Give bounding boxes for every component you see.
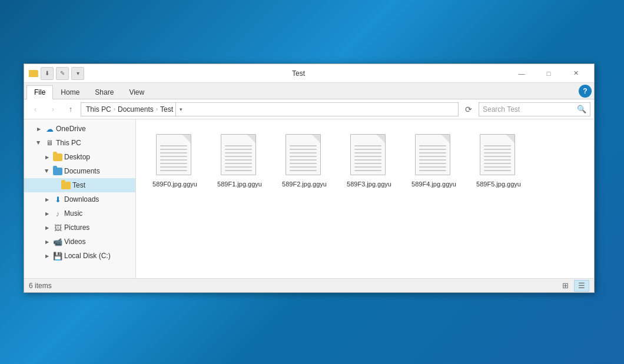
file-icon-line bbox=[484, 156, 511, 157]
sidebar-item-pictures[interactable]: ▶ 🖼 Pictures bbox=[24, 221, 135, 235]
minimize-button[interactable]: — bbox=[508, 64, 535, 83]
file-icon-line bbox=[225, 149, 252, 150]
desktop-folder-icon bbox=[53, 152, 62, 162]
title-bar-left: ⬇ ✎ ▾ bbox=[29, 67, 84, 80]
sidebar-item-onedrive[interactable]: ▶ ☁ OneDrive bbox=[24, 122, 135, 136]
file-icon-line bbox=[484, 170, 511, 171]
file-icon-line bbox=[419, 152, 446, 153]
forward-button[interactable]: › bbox=[45, 102, 61, 116]
file-item[interactable]: 589F2.jpg.ggyu bbox=[275, 129, 334, 193]
file-icon-line bbox=[225, 145, 252, 146]
sidebar-item-local-disk[interactable]: ▶ 💾 Local Disk (C:) bbox=[24, 249, 135, 263]
downloads-icon: ⬇ bbox=[53, 195, 62, 204]
sidebar-item-label-music: Music bbox=[64, 209, 82, 218]
file-name-label: 589F0.jpg.ggyu bbox=[152, 180, 197, 188]
file-area: 589F0.jpg.ggyu589F1.jpg.ggyu589F2.jpg.gg… bbox=[136, 119, 594, 278]
file-item[interactable]: 589F0.jpg.ggyu bbox=[145, 129, 204, 193]
file-icon-line bbox=[160, 152, 187, 153]
path-sep-0: › bbox=[114, 106, 115, 112]
files-grid: 589F0.jpg.ggyu589F1.jpg.ggyu589F2.jpg.gg… bbox=[145, 129, 585, 193]
sidebar-item-documents[interactable]: ▶ Documents bbox=[24, 164, 135, 178]
documents-folder-icon bbox=[53, 166, 62, 176]
file-icon bbox=[480, 134, 517, 176]
tab-share[interactable]: Share bbox=[87, 85, 121, 99]
file-icon-line bbox=[354, 166, 381, 168]
refresh-button[interactable]: ⟳ bbox=[461, 102, 476, 116]
sidebar-item-this-pc[interactable]: ▶ 🖥 This PC bbox=[24, 136, 135, 150]
quick-access-btn-1[interactable]: ⬇ bbox=[41, 67, 54, 80]
file-icon-line bbox=[419, 149, 446, 150]
file-icon-line bbox=[225, 156, 252, 157]
sidebar-item-label-onedrive: OneDrive bbox=[56, 125, 86, 133]
file-name-label: 589F4.jpg.ggyu bbox=[411, 180, 456, 188]
sidebar-item-label-test: Test bbox=[72, 181, 85, 189]
file-icon-line bbox=[484, 159, 511, 161]
window-folder-icon bbox=[29, 70, 38, 77]
status-bar: 6 items ⊞ ☰ bbox=[24, 278, 594, 292]
file-icon-line bbox=[354, 149, 381, 150]
file-name-label: 589F1.jpg.ggyu bbox=[217, 180, 262, 188]
file-icon-line bbox=[290, 149, 317, 150]
tab-file[interactable]: File bbox=[26, 85, 53, 99]
file-icon bbox=[156, 134, 194, 176]
tab-view[interactable]: View bbox=[121, 85, 152, 99]
file-item[interactable]: 589F3.jpg.ggyu bbox=[340, 129, 399, 193]
path-segment-1: Documents bbox=[118, 105, 154, 113]
sidebar-item-desktop[interactable]: ▶ Desktop bbox=[24, 150, 135, 164]
sidebar-item-videos[interactable]: ▶ 📹 Videos bbox=[24, 235, 135, 249]
onedrive-expand-arrow: ▶ bbox=[35, 125, 43, 133]
up-button[interactable]: ↑ bbox=[63, 102, 78, 116]
sidebar-item-test[interactable]: Test bbox=[24, 178, 135, 192]
file-icon-line bbox=[290, 170, 317, 171]
file-icon-line bbox=[419, 145, 446, 146]
localdisk-expand-arrow: ▶ bbox=[43, 252, 51, 260]
file-icon bbox=[286, 134, 323, 176]
file-icon-line bbox=[160, 145, 187, 146]
file-icon-line bbox=[225, 170, 252, 171]
window-title: Test bbox=[89, 69, 508, 78]
close-button[interactable]: ✕ bbox=[562, 64, 589, 83]
search-input[interactable] bbox=[483, 105, 575, 113]
sidebar-item-music[interactable]: ▶ ♪ Music bbox=[24, 206, 135, 221]
title-bar: ⬇ ✎ ▾ Test — □ ✕ bbox=[24, 64, 594, 83]
path-dropdown-arrow[interactable]: ▾ bbox=[175, 102, 186, 116]
file-icon bbox=[221, 134, 258, 176]
file-item[interactable]: 589F4.jpg.ggyu bbox=[404, 129, 463, 193]
local-disk-icon: 💾 bbox=[53, 251, 62, 261]
file-icon-line bbox=[484, 163, 511, 164]
music-icon: ♪ bbox=[53, 209, 62, 218]
file-icon-line bbox=[484, 166, 511, 168]
quick-access-btn-2[interactable]: ✎ bbox=[56, 67, 69, 80]
address-path[interactable]: This PC › Documents › Test ▾ bbox=[81, 102, 459, 116]
sidebar-item-downloads[interactable]: ▶ ⬇ Downloads bbox=[24, 192, 135, 206]
sidebar-item-label-thispc: This PC bbox=[56, 139, 81, 147]
help-button[interactable]: ? bbox=[579, 85, 592, 98]
file-icon-line bbox=[290, 159, 317, 161]
maximize-button[interactable]: □ bbox=[535, 64, 562, 83]
file-icon-line bbox=[484, 152, 511, 153]
grid-view-button[interactable]: ⊞ bbox=[557, 280, 573, 292]
file-explorer-window: ⬇ ✎ ▾ Test — □ ✕ File Home Share View ? … bbox=[24, 64, 595, 293]
file-icon-line bbox=[354, 163, 381, 164]
file-icon-line bbox=[160, 166, 187, 168]
file-icon-line bbox=[354, 156, 381, 157]
tab-home[interactable]: Home bbox=[53, 85, 87, 99]
file-icon-line bbox=[290, 156, 317, 157]
file-item[interactable]: 589F5.jpg.ggyu bbox=[469, 129, 528, 193]
onedrive-icon: ☁ bbox=[45, 124, 54, 133]
file-icon-line bbox=[419, 166, 446, 168]
quick-access-dropdown[interactable]: ▾ bbox=[71, 67, 84, 80]
file-icon-line bbox=[160, 156, 187, 157]
path-segment-0: This PC bbox=[86, 105, 111, 113]
file-icon-line bbox=[225, 159, 252, 161]
file-icon-line bbox=[290, 145, 317, 146]
status-item-count: 6 items bbox=[29, 282, 557, 290]
file-icon-line bbox=[484, 149, 511, 150]
search-icon[interactable]: 🔍 bbox=[577, 105, 586, 113]
list-view-button[interactable]: ☰ bbox=[574, 280, 589, 292]
file-item[interactable]: 589F1.jpg.ggyu bbox=[210, 129, 269, 193]
thispc-expand-arrow: ▶ bbox=[35, 139, 43, 147]
back-button[interactable]: ‹ bbox=[28, 102, 43, 116]
videos-icon: 📹 bbox=[53, 237, 62, 246]
file-icon bbox=[350, 134, 388, 176]
